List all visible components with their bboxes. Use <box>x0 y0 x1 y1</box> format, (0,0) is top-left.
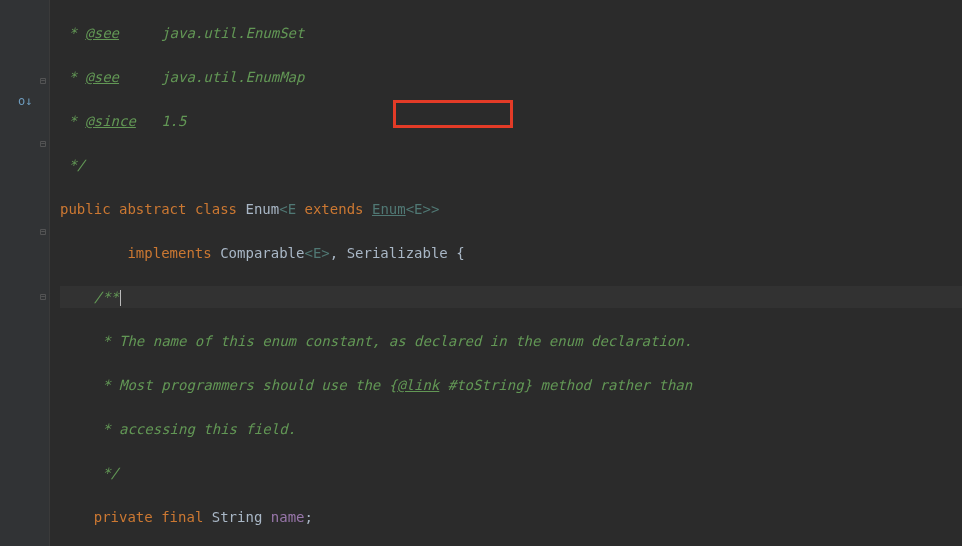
fold-close-icon[interactable]: ⊟ <box>40 70 46 92</box>
code-line-current[interactable]: /** <box>60 286 962 308</box>
code-line[interactable]: */ <box>60 154 962 176</box>
override-icon[interactable]: o↓ <box>18 90 32 112</box>
code-line[interactable]: public abstract class Enum<E extends Enu… <box>60 198 962 220</box>
code-editor[interactable]: * @see java.util.EnumSet * @see java.uti… <box>50 0 962 546</box>
fold-open-icon[interactable]: ⊟ <box>40 133 46 155</box>
code-line[interactable]: * @since 1.5 <box>60 110 962 132</box>
fold-open-icon[interactable]: ⊟ <box>40 286 46 308</box>
code-line[interactable]: implements Comparable<E>, Serializable { <box>60 242 962 264</box>
editor-gutter[interactable]: o↓ ⊟ ⊟ ⊟ ⊟ <box>0 0 50 546</box>
code-line[interactable]: * Most programmers should use the {@link… <box>60 374 962 396</box>
code-line[interactable]: * accessing this field. <box>60 418 962 440</box>
text-caret <box>120 290 121 306</box>
serializable-type[interactable]: Serializable <box>347 245 448 261</box>
code-line[interactable]: * @see java.util.EnumSet <box>60 22 962 44</box>
fold-close-icon[interactable]: ⊟ <box>40 221 46 243</box>
code-line[interactable]: * @see java.util.EnumMap <box>60 66 962 88</box>
code-line[interactable]: */ <box>60 462 962 484</box>
code-line[interactable]: * The name of this enum constant, as dec… <box>60 330 962 352</box>
code-line[interactable]: private final String name; <box>60 506 962 528</box>
